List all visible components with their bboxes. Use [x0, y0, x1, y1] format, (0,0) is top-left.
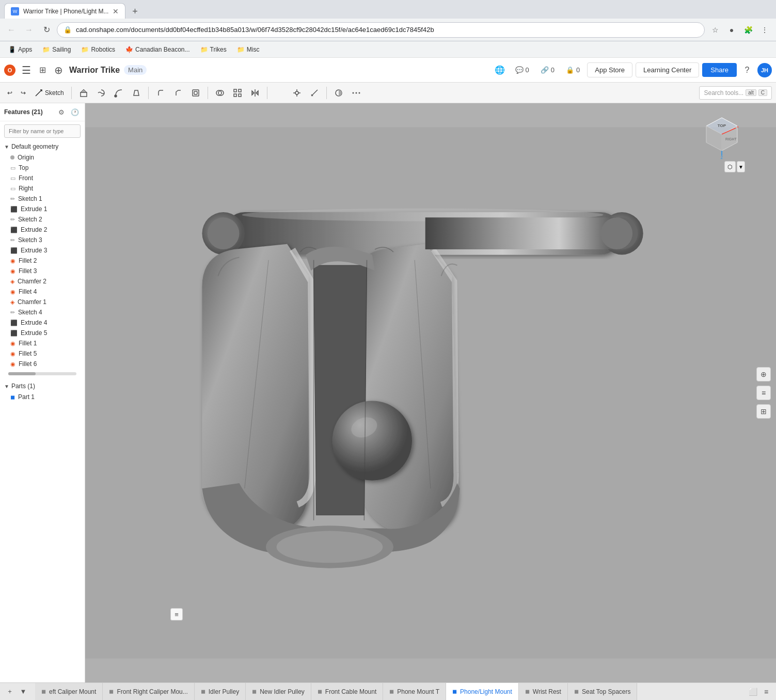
tree-item-extrude2[interactable]: ⬛ Extrude 2 [0, 225, 85, 235]
tool-more[interactable] [349, 86, 364, 100]
profile-icon[interactable]: ● [724, 23, 739, 37]
right-icon-2[interactable]: ≡ [756, 386, 771, 400]
parts-header[interactable]: ▼ Parts (1) [0, 380, 85, 392]
tree-item-extrude5[interactable]: ⬛ Extrude 5 [0, 328, 85, 338]
tree-item-fillet2[interactable]: ◉ Fillet 2 [0, 256, 85, 266]
add-tab-button[interactable]: + [4, 686, 15, 697]
bookmark-robotics[interactable]: 📁 Robotics [77, 44, 119, 55]
search-tools-input[interactable]: Search tools... alt C [699, 86, 772, 100]
tree-item-sketch1[interactable]: ✏ Sketch 1 [0, 194, 85, 204]
tool-boolean[interactable] [212, 86, 228, 100]
user-avatar[interactable]: JH [757, 63, 772, 77]
tool-chamfer[interactable] [170, 86, 186, 100]
sketch-button[interactable]: Sketch [31, 86, 67, 100]
default-geometry-header[interactable]: ▼ Default geometry [0, 141, 85, 152]
address-bar[interactable]: 🔒 cad.onshape.com/documents/dd0bf04ecffe… [57, 22, 705, 38]
tab-close-button[interactable]: ✕ [113, 7, 119, 15]
tree-item-fillet3[interactable]: ◉ Fillet 3 [0, 266, 85, 276]
feature-list-toggle[interactable]: ≡ [170, 608, 183, 621]
robotics-folder-icon: 📁 [81, 46, 89, 53]
bookmark-star-icon[interactable]: ☆ [708, 23, 722, 37]
tree-item-extrude1[interactable]: ⬛ Extrude 1 [0, 204, 85, 214]
viewport[interactable]: TOP RIGHT Z x ⬡ [85, 103, 776, 682]
tab-left-caliper-mount[interactable]: ◼ eft Caliper Mount [35, 683, 103, 701]
tree-item-sketch4[interactable]: ✏ Sketch 4 [0, 307, 85, 317]
globe-icon[interactable]: 🌐 [492, 62, 508, 78]
tree-item-fillet1[interactable]: ◉ Fillet 1 [0, 338, 85, 348]
tree-item-fillet6[interactable]: ◉ Fillet 6 [0, 359, 85, 369]
learning-center-button[interactable]: Learning Center [636, 62, 699, 77]
tool-mirror[interactable] [247, 86, 263, 100]
redo-button[interactable]: ↪ [18, 86, 29, 100]
links-button[interactable]: 🔗 0 [536, 64, 559, 76]
tool-plane[interactable] [272, 86, 287, 100]
tree-item-fillet5[interactable]: ◉ Fillet 5 [0, 348, 85, 359]
bookmark-misc[interactable]: 📁 Misc [233, 44, 264, 55]
tab-front-cable-mount[interactable]: ◼ Front Cable Mount [311, 683, 383, 701]
tree-item-top[interactable]: ▭ Top [0, 163, 85, 173]
reload-button[interactable]: ↻ [39, 23, 54, 37]
tool-shell[interactable] [188, 86, 203, 100]
tab-front-right-caliper[interactable]: ◼ Front Right Caliper Mou... [103, 683, 194, 701]
svg-rect-11 [239, 94, 241, 97]
undo-button[interactable]: ↩ [4, 86, 15, 100]
tool-pattern[interactable] [230, 86, 245, 100]
back-button[interactable]: ← [4, 23, 19, 37]
tool-appearance[interactable] [331, 86, 346, 100]
forward-button[interactable]: → [22, 23, 36, 37]
tool-extrude[interactable] [76, 86, 91, 100]
tab-idler-pulley[interactable]: ◼ Idler Pulley [195, 683, 246, 701]
bottom-right-icon-1[interactable]: ⬜ [747, 686, 758, 697]
sidebar-clock-icon[interactable]: 🕐 [69, 106, 81, 118]
sidebar-settings-icon[interactable]: ⚙ [56, 106, 67, 118]
tool-fillet[interactable] [153, 86, 168, 100]
tab-phone-light-mount[interactable]: ◼ Phone/Light Mount [446, 683, 519, 701]
bookmark-apps[interactable]: 📱 Apps [4, 44, 36, 55]
tab-phone-mount-t[interactable]: ◼ Phone Mount T [383, 683, 446, 701]
tree-item-front[interactable]: ▭ Front [0, 173, 85, 183]
bookmark-canadian-beacon[interactable]: 🍁 Canadian Beacon... [121, 44, 194, 55]
branch-label[interactable]: Main [124, 65, 147, 75]
grid-menu-icon[interactable]: ⊞ [37, 63, 48, 77]
locks-button[interactable]: 🔒 0 [562, 64, 584, 76]
view-mode-dropdown[interactable]: ▼ [737, 161, 745, 172]
right-icon-1[interactable]: ⊕ [756, 367, 771, 381]
tab-new-idler-pulley[interactable]: ◼ New Idler Pulley [246, 683, 311, 701]
tree-item-sketch2[interactable]: ✏ Sketch 2 [0, 214, 85, 225]
tree-item-origin[interactable]: Origin [0, 152, 85, 163]
share-button[interactable]: Share [702, 63, 737, 77]
right-icon-3[interactable]: ⊞ [756, 404, 771, 419]
add-document-icon[interactable]: ⊕ [52, 62, 65, 78]
bookmark-sailing[interactable]: 📁 Sailing [38, 44, 75, 55]
tool-measure[interactable] [307, 86, 322, 100]
tree-item-chamfer2[interactable]: ◈ Chamfer 2 [0, 276, 85, 287]
cube-indicator[interactable]: TOP RIGHT Z x ⬡ [699, 114, 745, 160]
bottom-right-icon-2[interactable]: ≡ [761, 686, 772, 697]
bookmark-trikes[interactable]: 📁 Trikes [196, 44, 231, 55]
tool-mate[interactable] [289, 86, 305, 100]
help-icon[interactable]: ? [740, 63, 754, 77]
tool-sweep[interactable] [111, 86, 126, 100]
browser-menu-icon[interactable]: ⋮ [757, 23, 772, 37]
browser-tab-active[interactable]: W Warrior Trike | Phone/Light M... ✕ [4, 3, 125, 19]
tree-item-extrude3[interactable]: ⬛ Extrude 3 [0, 245, 85, 256]
tab-list-button[interactable]: ▼ [18, 686, 29, 697]
view-mode-button[interactable]: ⬡ [724, 161, 736, 172]
tree-item-fillet4[interactable]: ◉ Fillet 4 [0, 287, 85, 297]
tree-item-part1[interactable]: ◼ Part 1 [0, 392, 85, 402]
tab-seat-top-spacers[interactable]: ◼ Seat Top Spacers [568, 683, 638, 701]
tree-item-sketch3[interactable]: ✏ Sketch 3 [0, 235, 85, 245]
tool-revolve[interactable] [93, 86, 109, 100]
filter-input[interactable] [4, 124, 81, 138]
extension-icon[interactable]: 🧩 [741, 23, 755, 37]
tool-loft[interactable] [129, 86, 144, 100]
tree-item-chamfer1[interactable]: ◈ Chamfer 1 [0, 297, 85, 307]
onshape-logo[interactable]: O [4, 65, 15, 76]
tree-item-extrude4[interactable]: ⬛ Extrude 4 [0, 317, 85, 328]
new-tab-button[interactable]: + [128, 4, 142, 19]
hamburger-menu-icon[interactable]: ☰ [20, 62, 33, 78]
comments-button[interactable]: 💬 0 [511, 64, 533, 76]
tab-wrist-rest[interactable]: ◼ Wrist Rest [519, 683, 568, 701]
app-store-button[interactable]: App Store [587, 62, 632, 77]
tree-item-right[interactable]: ▭ Right [0, 183, 85, 194]
